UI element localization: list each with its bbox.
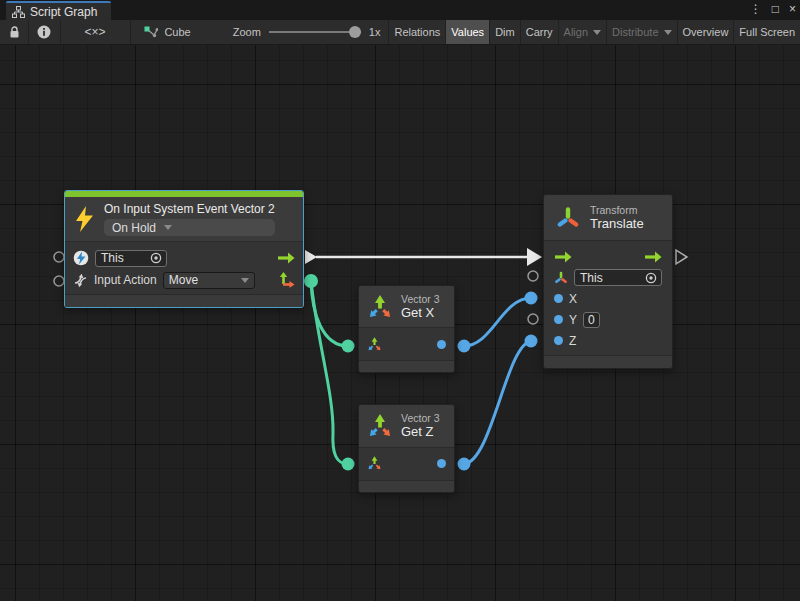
getx-output-port[interactable] (458, 340, 471, 353)
window-close-button[interactable]: × (789, 2, 796, 16)
event-action-row: Input Action Move (73, 269, 295, 291)
info-button[interactable] (29, 20, 60, 44)
event-mode-dropdown[interactable]: On Hold (104, 219, 275, 236)
translate-z-label: Z (569, 334, 576, 348)
node-get-z[interactable]: Vector 3 Get Z (358, 404, 455, 493)
getz-inner-output-dot[interactable] (437, 459, 446, 468)
getz-input-port[interactable] (342, 458, 355, 471)
getz-node-footer (359, 480, 454, 492)
chevron-down-icon (664, 30, 672, 35)
event-action-port[interactable] (54, 276, 64, 286)
event-node-header: On Input System Event Vector 2 On Hold (65, 197, 303, 242)
distribute-label: Distribute (612, 26, 658, 38)
event-node-rows: This (65, 242, 303, 293)
translate-x-port[interactable] (525, 292, 538, 305)
getx-node-header: Vector 3 Get X (359, 286, 454, 328)
relations-button[interactable]: Relations (389, 20, 445, 44)
align-label: Align (564, 26, 588, 38)
input-action-dropdown[interactable]: Move (163, 272, 255, 289)
overview-button[interactable]: Overview (678, 20, 734, 44)
translate-control-row (554, 246, 662, 267)
translate-title: Translate (590, 216, 644, 231)
vector2-icon (279, 272, 295, 288)
graph-canvas[interactable]: On Input System Event Vector 2 On Hold T… (0, 45, 800, 601)
event-control-out-port[interactable] (305, 250, 317, 264)
tab-label: Script Graph (30, 5, 97, 19)
getz-category: Vector 3 (401, 412, 440, 424)
target-picker-icon[interactable] (645, 272, 657, 284)
tab-script-graph[interactable]: Script Graph (6, 1, 111, 20)
code-preview-button[interactable]: <×> (60, 20, 129, 44)
input-action-value: Move (169, 273, 198, 287)
getx-node-footer (359, 360, 454, 372)
translate-z-port[interactable] (525, 335, 538, 348)
relations-label: Relations (394, 26, 440, 38)
translate-target-field[interactable]: This (574, 269, 662, 286)
transform-small-icon (554, 271, 568, 285)
event-mode-value: On Hold (112, 221, 156, 235)
subgraph-icon (144, 26, 158, 39)
dim-button[interactable]: Dim (490, 20, 520, 44)
translate-x-inner-dot[interactable] (554, 294, 563, 303)
node-on-input-system-event[interactable]: On Input System Event Vector 2 On Hold T… (64, 190, 304, 308)
carry-button[interactable]: Carry (521, 20, 558, 44)
node-get-x[interactable]: Vector 3 Get X (358, 285, 455, 373)
values-label: Values (451, 26, 484, 38)
align-button[interactable]: Align (559, 20, 606, 44)
zoom-slider[interactable] (269, 31, 361, 33)
translate-y-port[interactable] (528, 314, 538, 324)
getz-io-row (367, 452, 446, 476)
getx-input-port[interactable] (342, 340, 355, 353)
dim-label: Dim (495, 26, 515, 38)
breadcrumb[interactable]: Cube (130, 20, 204, 44)
node-translate[interactable]: Transform Translate (543, 194, 673, 369)
values-button[interactable]: Values (446, 20, 489, 44)
full-screen-button[interactable]: Full Screen (734, 20, 800, 44)
graph-toolbar: <×> Cube Zoom 1x Relations Values (0, 20, 800, 45)
translate-z-inner-dot[interactable] (554, 336, 563, 345)
flow-arrow-icon (277, 252, 295, 264)
float-wire-z[interactable] (464, 341, 531, 464)
translate-x-label: X (569, 292, 577, 306)
event-target-field[interactable]: This (95, 250, 167, 267)
chevron-down-icon (164, 225, 172, 230)
translate-node-header: Transform Translate (544, 195, 672, 241)
breadcrumb-label: Cube (164, 26, 190, 38)
distribute-button[interactable]: Distribute (607, 20, 676, 44)
event-target-port[interactable] (54, 252, 64, 262)
translate-y-value-field[interactable]: 0 (583, 312, 600, 328)
getx-title: Get X (401, 305, 440, 320)
tab-strip: Script Graph ⋮ □ × (0, 0, 800, 20)
float-wire-x[interactable] (464, 298, 531, 346)
translate-y-label: Y (569, 313, 577, 327)
translate-category: Transform (590, 204, 644, 216)
transform-icon (556, 206, 580, 230)
target-picker-icon[interactable] (150, 252, 162, 264)
window-maximize-button[interactable]: □ (772, 2, 779, 16)
vector3-small-icon (367, 337, 382, 352)
translate-control-out-port[interactable] (676, 250, 687, 264)
getx-inner-output-dot[interactable] (437, 340, 446, 349)
flow-arrow-icon (644, 251, 662, 263)
graph-hierarchy-icon (12, 6, 25, 18)
translate-x-row: X (554, 288, 662, 309)
lock-button[interactable] (0, 20, 28, 44)
event-target-row: This (73, 247, 295, 269)
window-menu-button[interactable]: ⋮ (750, 2, 762, 16)
lightning-icon (75, 206, 94, 232)
zoom-slider-thumb[interactable] (349, 26, 361, 38)
info-icon (37, 25, 51, 39)
window-controls: ⋮ □ × (750, 2, 796, 16)
vector2-wire-getz[interactable] (311, 281, 348, 464)
translate-y-inner-dot[interactable] (554, 315, 563, 324)
getz-title: Get Z (401, 424, 440, 439)
event-vector2-out-port[interactable] (304, 274, 318, 288)
translate-target-port[interactable] (528, 271, 538, 281)
getz-output-port[interactable] (458, 458, 471, 471)
carry-label: Carry (526, 26, 553, 38)
event-target-value: This (101, 251, 124, 265)
vector3-icon (367, 413, 393, 439)
code-icon: <×> (85, 25, 106, 39)
vector3-small-icon (367, 456, 382, 471)
getx-category: Vector 3 (401, 293, 440, 305)
